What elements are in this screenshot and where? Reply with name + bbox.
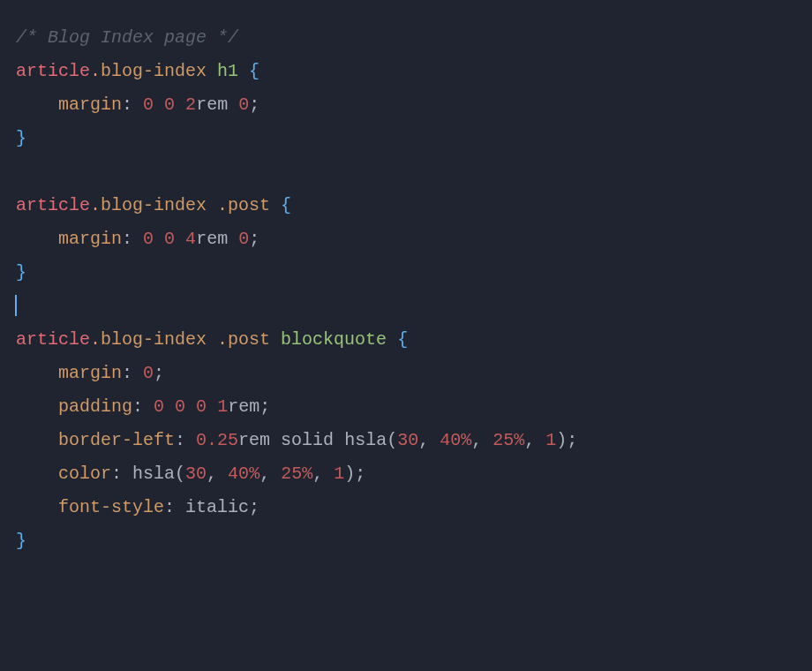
- comma: ,: [259, 464, 281, 484]
- space: [228, 94, 238, 115]
- line: padding: 0 0 0 1rem;: [16, 390, 796, 424]
- code-block: /* Blog Index page */article.blog-index …: [0, 0, 812, 579]
- line: margin: 0 0 2rem 0;: [16, 88, 796, 122]
- space: [270, 430, 281, 450]
- semicolon: ;: [355, 464, 365, 484]
- space: [207, 396, 217, 417]
- space: [175, 229, 185, 249]
- space: [228, 229, 238, 249]
- indent: [16, 363, 58, 383]
- selector-element: h1: [217, 61, 238, 81]
- percent: %: [249, 464, 259, 484]
- comma: ,: [207, 464, 228, 484]
- unit: rem: [196, 94, 228, 115]
- space: [270, 329, 281, 350]
- indent: [16, 94, 58, 115]
- selector-element: blockquote: [281, 329, 387, 350]
- indent: [16, 497, 58, 517]
- space: [207, 195, 217, 215]
- number: 0: [175, 396, 185, 417]
- selector-class: .blog-index: [90, 61, 207, 81]
- space: [175, 94, 185, 115]
- selector-tag: article: [16, 329, 90, 350]
- semicolon: ;: [154, 363, 164, 383]
- unit: rem: [228, 396, 259, 417]
- function: hsla: [344, 430, 387, 450]
- selector-tag: article: [16, 195, 90, 215]
- line: color: hsla(30, 40%, 25%, 1);: [16, 457, 796, 491]
- number: 25: [281, 464, 302, 484]
- number: 0: [154, 396, 164, 417]
- line: margin: 0 0 4rem 0;: [16, 222, 796, 256]
- space: [154, 94, 164, 115]
- comma: ,: [524, 430, 545, 450]
- number: 30: [397, 430, 418, 450]
- property: font-style: [58, 497, 164, 517]
- line: margin: 0;: [16, 357, 796, 390]
- space: [164, 396, 175, 417]
- number: 0: [143, 94, 154, 115]
- colon: :: [122, 229, 143, 249]
- selector-class: .post: [217, 329, 270, 350]
- property: padding: [58, 396, 132, 417]
- number: 0: [196, 396, 207, 417]
- space: [270, 195, 281, 215]
- space: [207, 329, 217, 350]
- colon: :: [122, 94, 143, 115]
- property: margin: [58, 363, 122, 383]
- colon: :: [164, 497, 185, 517]
- semicolon: ;: [259, 396, 270, 417]
- comment: /* Blog Index page */: [16, 27, 238, 48]
- property: margin: [58, 94, 122, 115]
- paren-close: ): [344, 464, 355, 484]
- space: [387, 329, 397, 350]
- indent: [16, 229, 58, 249]
- property: margin: [58, 229, 122, 249]
- semicolon: ;: [249, 229, 259, 249]
- brace-open: {: [281, 195, 291, 215]
- number: 30: [185, 464, 207, 484]
- property: border-left: [58, 430, 175, 450]
- selector-class: .blog-index: [90, 329, 207, 350]
- indent: [16, 396, 58, 417]
- space: [207, 61, 217, 81]
- number: 40: [440, 430, 461, 450]
- selector-tag: article: [16, 61, 90, 81]
- line: }: [16, 122, 796, 155]
- property: color: [58, 464, 111, 484]
- semicolon: ;: [249, 497, 259, 517]
- unit: rem: [196, 229, 228, 249]
- space: [238, 61, 249, 81]
- number: 0: [164, 94, 175, 115]
- brace-close: }: [16, 531, 26, 551]
- number: 2: [185, 94, 196, 115]
- line: border-left: 0.25rem solid hsla(30, 40%,…: [16, 424, 796, 457]
- number: 0: [143, 229, 154, 249]
- indent: [16, 430, 58, 450]
- cursor-line: [16, 290, 796, 323]
- percent: %: [514, 430, 524, 450]
- colon: :: [122, 363, 143, 383]
- brace-close: }: [16, 262, 26, 283]
- line-comment: /* Blog Index page */: [16, 21, 796, 55]
- line: }: [16, 524, 796, 558]
- line: article.blog-index h1 {: [16, 55, 796, 88]
- function: hsla: [132, 464, 175, 484]
- percent: %: [302, 464, 312, 484]
- number: 0: [143, 363, 154, 383]
- space: [154, 229, 164, 249]
- number: 1: [217, 396, 228, 417]
- brace-open: {: [397, 329, 408, 350]
- comma: ,: [471, 430, 492, 450]
- unit: rem: [238, 430, 270, 450]
- keyword: italic: [185, 497, 249, 517]
- semicolon: ;: [567, 430, 577, 450]
- brace-close: }: [16, 128, 26, 148]
- line: font-style: italic;: [16, 491, 796, 524]
- line: }: [16, 256, 796, 290]
- line: article.blog-index .post {: [16, 189, 796, 222]
- line: article.blog-index .post blockquote {: [16, 323, 796, 357]
- comma: ,: [418, 430, 440, 450]
- semicolon: ;: [249, 94, 259, 115]
- comma: ,: [312, 464, 334, 484]
